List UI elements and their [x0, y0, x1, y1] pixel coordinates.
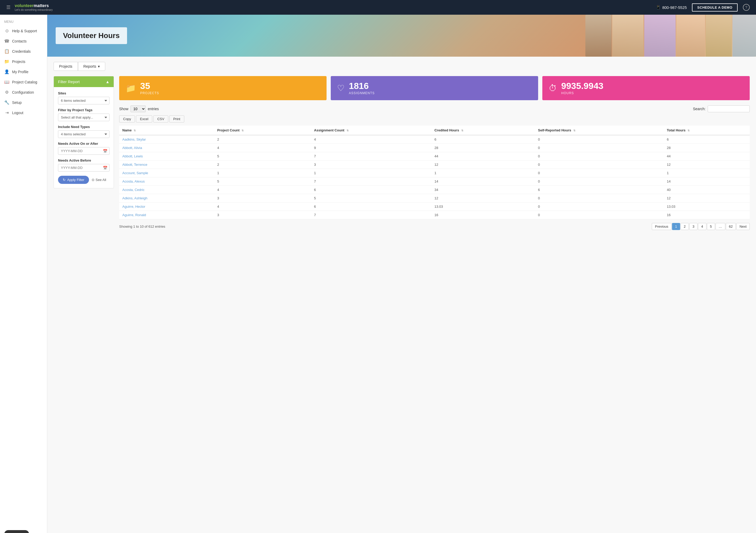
nav-left: ☰ volunteermatters Let's do something ex… [6, 3, 53, 11]
page-1-button[interactable]: 1 [672, 223, 680, 230]
main-content: Volunteer Hours Projects Reports ▾ [47, 15, 756, 533]
assignments-stat-icon: ♡ [337, 83, 345, 93]
table-row: Account, Sample 1 1 1 0 1 [119, 169, 750, 177]
sites-select[interactable]: 6 items selected [58, 97, 109, 104]
sidebar-item-setup[interactable]: 🔧 Setup [0, 97, 47, 108]
help-support-icon: ⊙ [4, 28, 10, 33]
entries-per-page-select[interactable]: 10 25 50 100 [130, 105, 146, 112]
table-header-row: Name ⇅ Project Count ⇅ Assignment Count … [119, 126, 750, 135]
tab-reports[interactable]: Reports ▾ [78, 62, 105, 71]
export-buttons: Copy Excel CSV Print [119, 115, 750, 122]
content-area: Projects Reports ▾ Filter Report ▲ S [47, 57, 756, 533]
sidebar-item-configuration[interactable]: ⚙ Configuration [0, 87, 47, 97]
name-link[interactable]: Abbott, Terrence [122, 163, 147, 166]
excel-button[interactable]: Excel [136, 115, 152, 122]
table-row: Abbott, Lewis 5 7 44 0 44 [119, 152, 750, 161]
name-link[interactable]: Aadkins, Skylar [122, 138, 146, 141]
search-label: Search: [693, 107, 706, 111]
sidebar-menu-label: Menu [0, 19, 47, 26]
col-header-self-reported[interactable]: Self-Reported Hours ⇅ [535, 126, 664, 135]
apply-filter-button[interactable]: ↻ Apply Filter [58, 176, 89, 184]
sidebar-item-label: Setup [12, 100, 22, 105]
stat-assignments: ♡ 1816 ASSIGNMENTS [331, 76, 538, 100]
sidebar-item-logout[interactable]: ⇥ Logout [0, 108, 47, 118]
show-entries: Show 10 25 50 100 entries [119, 105, 159, 112]
showing-text: Showing 1 to 10 of 612 entries [119, 224, 165, 228]
active-before-calendar-icon[interactable]: 📅 [103, 166, 107, 170]
name-link[interactable]: Adkins, Ashleigh [122, 196, 147, 200]
table-area: 📁 35 PROJECTS ♡ 1816 ASSIGNMENTS [119, 76, 750, 230]
active-on-calendar-icon[interactable]: 📅 [103, 149, 107, 153]
filter-active-before-section: Needs Active Before 📅 [58, 159, 109, 171]
active-before-input-wrap: 📅 [58, 164, 109, 171]
active-before-date-input[interactable] [58, 164, 109, 171]
nav-right: 📱 800-987-5525 SCHEDULE A DEMO ? [656, 3, 750, 12]
name-link[interactable]: Acosta, Cedric [122, 188, 145, 192]
table-search-input[interactable] [708, 105, 750, 112]
show-label: Show [119, 107, 128, 111]
logo-name: volunteermatters [15, 3, 49, 8]
page-2-button[interactable]: 2 [681, 223, 689, 230]
col-header-project-count[interactable]: Project Count ⇅ [214, 126, 311, 135]
help-icon[interactable]: ? [743, 4, 750, 11]
name-link[interactable]: Aguirre, Hector [122, 205, 145, 209]
sidebar-item-label: Configuration [12, 90, 34, 94]
table-row: Aadkins, Skylar 2 4 6 0 6 [119, 135, 750, 144]
col-header-assignment-count[interactable]: Assignment Count ⇅ [311, 126, 431, 135]
schedule-demo-button[interactable]: SCHEDULE A DEMO [692, 3, 738, 12]
contacts-icon: ☎ [4, 38, 10, 43]
col-header-credited-hours[interactable]: Credited Hours ⇅ [431, 126, 535, 135]
sidebar-item-projects[interactable]: 📁 Projects [0, 56, 47, 66]
copy-button[interactable]: Copy [119, 115, 135, 122]
prev-page-button[interactable]: Previous [652, 223, 671, 230]
tags-select[interactable]: Select all that apply... [58, 114, 109, 121]
table-controls-top: Show 10 25 50 100 entries Search: [119, 105, 750, 112]
sidebar-item-project-catalog[interactable]: 📖 Project Catalog [0, 77, 47, 87]
name-link[interactable]: Abbott, Alivia [122, 146, 142, 150]
active-on-input-wrap: 📅 [58, 147, 109, 155]
page-62-button[interactable]: 62 [726, 223, 736, 230]
phone-icon: 📱 [656, 5, 661, 10]
tab-projects[interactable]: Projects [54, 62, 78, 71]
two-column-layout: Filter Report ▲ Sites 6 items selected F… [54, 76, 750, 230]
entries-label: entries [148, 107, 159, 111]
phone-number: 📱 800-987-5525 [656, 5, 687, 10]
sidebar-item-credentials[interactable]: 📋 Credentials [0, 46, 47, 56]
sidebar-item-help[interactable]: ⊙ Help & Support [0, 26, 47, 36]
active-on-date-input[interactable] [58, 147, 109, 155]
need-types-select[interactable]: 4 items selected [58, 130, 109, 138]
profile-icon: 👤 [4, 69, 10, 74]
name-link[interactable]: Acosta, Alexus [122, 179, 145, 183]
col-header-name[interactable]: Name ⇅ [119, 126, 214, 135]
sidebar-item-my-profile[interactable]: 👤 My Profile [0, 66, 47, 77]
hamburger-menu[interactable]: ☰ [6, 5, 11, 10]
hero-faces [585, 15, 756, 57]
filter-collapse-icon[interactable]: ▲ [105, 80, 109, 84]
page-3-button[interactable]: 3 [689, 223, 697, 230]
name-link[interactable]: Abbott, Lewis [122, 154, 143, 158]
sort-credited-hours-icon: ⇅ [461, 129, 463, 132]
setup-icon: 🔧 [4, 100, 10, 105]
name-link[interactable]: Account, Sample [122, 171, 148, 175]
col-header-total-hours[interactable]: Total Hours ⇅ [663, 126, 750, 135]
see-all-button[interactable]: ⊙ See All [92, 178, 106, 182]
sidebar-item-label: Contacts [12, 39, 27, 43]
page-5-button[interactable]: 5 [707, 223, 715, 230]
print-button[interactable]: Print [169, 115, 184, 122]
assignments-stat-number: 1816 [349, 81, 375, 90]
assignments-stat-label: ASSIGNMENTS [349, 91, 375, 95]
stat-hours: ⏱ 9935.9943 HOURS [542, 76, 750, 100]
projects-stat-icon: 📁 [125, 83, 136, 93]
page-4-button[interactable]: 4 [698, 223, 706, 230]
filter-panel: Filter Report ▲ Sites 6 items selected F… [54, 76, 114, 188]
search-wrap: Search: [693, 105, 750, 112]
next-page-button[interactable]: Next [736, 223, 750, 230]
sidebar-item-label: Project Catalog [12, 80, 37, 84]
csv-button[interactable]: CSV [153, 115, 168, 122]
projects-stat-number: 35 [140, 81, 159, 90]
support-button[interactable]: ⊙ Support [4, 530, 29, 533]
name-link[interactable]: Aguirre, Ronald [122, 213, 146, 217]
sidebar-item-contacts[interactable]: ☎ Contacts [0, 36, 47, 46]
logo-tagline: Let's do something extraordinary [15, 9, 53, 12]
sort-assignment-count-icon: ⇅ [346, 129, 349, 132]
